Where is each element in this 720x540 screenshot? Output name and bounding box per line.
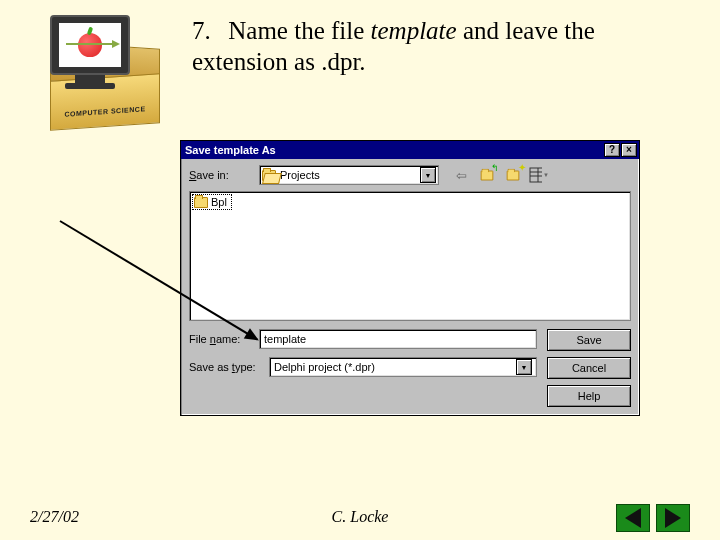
save-in-label: Save Save in:in: bbox=[189, 169, 253, 181]
instruction-italic: template bbox=[371, 17, 457, 44]
list-item-label: Bpl bbox=[211, 196, 227, 208]
folder-open-icon bbox=[262, 170, 276, 181]
instruction-number: 7. bbox=[192, 15, 222, 46]
chevron-down-icon[interactable]: ▼ bbox=[420, 167, 436, 183]
instruction-before: Name the file bbox=[228, 17, 370, 44]
cancel-button[interactable]: Cancel bbox=[547, 357, 631, 379]
savetype-combo[interactable]: Delphi project (*.dpr) ▼ bbox=[269, 357, 537, 377]
back-icon[interactable]: ⇦ bbox=[451, 165, 471, 185]
triangle-left-icon bbox=[625, 508, 641, 528]
prev-slide-button[interactable] bbox=[616, 504, 650, 532]
save-as-dialog: Save template As ? × Save Save in:in: Pr… bbox=[180, 140, 640, 416]
cs-logo: COMPUTER SCIENCE bbox=[30, 15, 150, 89]
file-list[interactable]: Bpl bbox=[189, 191, 631, 321]
svg-rect-0 bbox=[530, 168, 542, 182]
filename-label: File name: bbox=[189, 333, 253, 345]
savetype-value: Delphi project (*.dpr) bbox=[274, 361, 375, 373]
filename-value: template bbox=[264, 333, 306, 345]
slide-footer: 2/27/02 C. Locke bbox=[0, 508, 720, 526]
titlebar: Save template As ? × bbox=[181, 141, 639, 159]
dialog-title: Save template As bbox=[185, 144, 276, 156]
titlebar-help-button[interactable]: ? bbox=[604, 143, 620, 157]
up-one-level-icon[interactable]: ↰ bbox=[477, 165, 497, 185]
monitor-graphic bbox=[50, 15, 130, 75]
next-slide-button[interactable] bbox=[656, 504, 690, 532]
view-menu-icon[interactable]: ▼ bbox=[529, 165, 549, 185]
help-button[interactable]: Help bbox=[547, 385, 631, 407]
triangle-right-icon bbox=[665, 508, 681, 528]
filename-input[interactable]: template bbox=[259, 329, 537, 349]
footer-author: C. Locke bbox=[0, 508, 720, 526]
savetype-label: Save as type: bbox=[189, 361, 263, 373]
new-folder-icon[interactable]: ✦ bbox=[503, 165, 523, 185]
save-button[interactable]: Save bbox=[547, 329, 631, 351]
folder-icon bbox=[194, 197, 208, 208]
cs-logo-caption: COMPUTER SCIENCE bbox=[50, 73, 160, 131]
instruction-text: 7. Name the file template and leave the … bbox=[192, 15, 692, 78]
save-in-value: Projects bbox=[280, 169, 320, 181]
list-item[interactable]: Bpl bbox=[192, 194, 232, 210]
chevron-down-icon[interactable]: ▼ bbox=[516, 359, 532, 375]
titlebar-close-button[interactable]: × bbox=[621, 143, 637, 157]
save-in-combo[interactable]: Projects ▼ bbox=[259, 165, 439, 185]
